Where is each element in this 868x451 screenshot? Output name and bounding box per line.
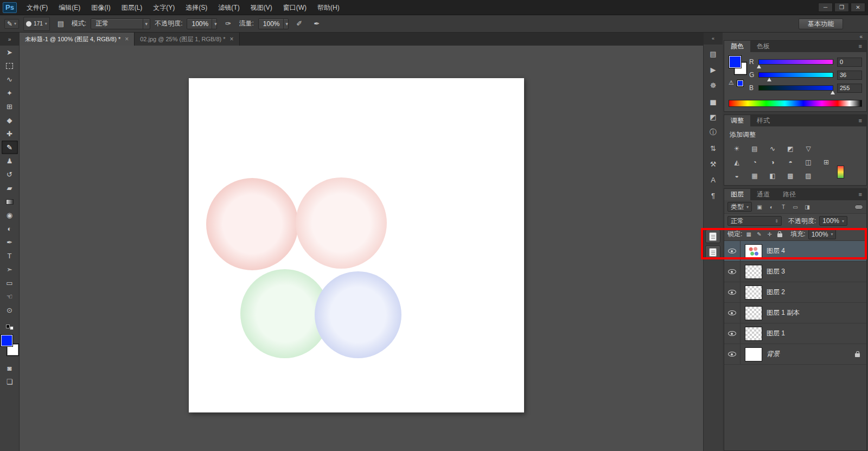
selective-color-icon[interactable]: ▨: [802, 170, 814, 181]
gradient-tool[interactable]: [2, 195, 18, 208]
tab-channels[interactable]: 通道: [750, 189, 776, 200]
filter-type-layers-icon[interactable]: T: [779, 202, 788, 211]
photo-filter-icon[interactable]: ◫: [802, 157, 814, 167]
dodge-tool[interactable]: ◐: [2, 222, 18, 236]
eraser-tool[interactable]: ▰: [2, 181, 18, 195]
gradient-map-icon[interactable]: ▩: [784, 170, 796, 181]
collapse-dock-icon[interactable]: «: [704, 33, 723, 45]
layer-name[interactable]: 背景: [767, 350, 780, 359]
menu-image[interactable]: 图像(I): [86, 0, 116, 15]
restore-button[interactable]: ❐: [834, 3, 849, 12]
default-colors-icon[interactable]: [6, 325, 14, 330]
clone-source-panel-icon[interactable]: ⇅: [706, 142, 721, 155]
brightness-contrast-icon[interactable]: ☀: [731, 143, 743, 154]
layer-row-layer3[interactable]: 图层 3: [724, 262, 866, 282]
filter-shape-layers-icon[interactable]: ▭: [791, 202, 800, 211]
lock-image-pixels-icon[interactable]: ✎: [755, 231, 763, 238]
document-tab-active[interactable]: 未标题-1 @ 100% (图层 4, RGB/8) * ×: [20, 33, 135, 46]
black-white-icon[interactable]: ◓: [784, 157, 796, 167]
invert-icon[interactable]: ◒: [731, 170, 743, 181]
layer-thumbnail[interactable]: [745, 327, 762, 341]
panel-menu-icon[interactable]: ≡: [854, 115, 866, 126]
lock-position-icon[interactable]: ✛: [765, 231, 773, 238]
green-slider[interactable]: [758, 72, 833, 78]
filter-pixel-layers-icon[interactable]: ▣: [755, 202, 764, 211]
layer-name[interactable]: 图层 3: [767, 267, 785, 276]
layer-visibility-toggle[interactable]: [724, 262, 741, 282]
toggle-brush-panel-button[interactable]: ▤: [54, 18, 67, 30]
pen-tool[interactable]: ✒: [2, 236, 18, 249]
menu-layer[interactable]: 图层(L): [116, 0, 148, 15]
menu-type[interactable]: 文字(Y): [148, 0, 180, 15]
layer-row-background[interactable]: 背景: [724, 344, 866, 365]
layer-row-layer1[interactable]: 图层 1: [724, 323, 866, 344]
menu-help[interactable]: 帮助(H): [312, 0, 345, 15]
layer-row-layer4[interactable]: 图层 4: [724, 241, 866, 262]
tab-layers[interactable]: 图层: [724, 189, 750, 200]
lock-all-icon[interactable]: [776, 231, 783, 238]
posterize-icon[interactable]: ▦: [749, 170, 761, 181]
layer-name[interactable]: 图层 1 副本: [767, 308, 800, 317]
tab-color[interactable]: 颜色: [724, 41, 750, 52]
slider-thumb-R[interactable]: [757, 65, 761, 68]
foreground-color-swatch[interactable]: [730, 56, 741, 67]
opacity-dropdown[interactable]: 100% ▾: [187, 18, 217, 29]
type-tool[interactable]: T: [2, 249, 18, 263]
hue-saturation-icon[interactable]: ◔: [749, 157, 761, 167]
tab-styles[interactable]: 样式: [750, 115, 776, 126]
character-panel-icon[interactable]: A: [706, 173, 721, 186]
slider-thumb-B[interactable]: [831, 91, 835, 94]
document-tab-inactive[interactable]: 02.jpg @ 25% (图层 1, RGB/8) * ×: [135, 33, 239, 46]
quick-mask-button[interactable]: ◙: [2, 361, 18, 375]
rectangle-tool[interactable]: ▭: [2, 276, 18, 290]
eyedropper-tool[interactable]: ◆: [2, 113, 18, 127]
canvas-pasteboard[interactable]: [20, 46, 703, 451]
close-icon[interactable]: ×: [125, 35, 129, 43]
clone-stamp-tool[interactable]: ♟: [2, 154, 18, 168]
brush-tool[interactable]: ✎: [2, 141, 18, 154]
document-canvas[interactable]: [189, 78, 524, 412]
threshold-icon[interactable]: ◧: [767, 170, 778, 181]
layer-row-layer2[interactable]: 图层 2: [724, 282, 866, 303]
collapse-panels-icon[interactable]: «: [859, 34, 863, 40]
screen-mode-button[interactable]: ❏: [2, 375, 18, 389]
minimize-button[interactable]: ─: [818, 3, 833, 12]
red-value-field[interactable]: 0: [837, 58, 862, 67]
menu-view[interactable]: 视图(V): [245, 0, 278, 15]
blur-tool[interactable]: ◉: [2, 208, 18, 222]
layer-name[interactable]: 图层 2: [767, 288, 785, 297]
workspace-switcher-button[interactable]: 基本功能: [799, 18, 843, 29]
vibrance-icon[interactable]: ◭: [731, 157, 743, 167]
curves-icon[interactable]: ∿: [767, 143, 778, 154]
quick-selection-tool[interactable]: ✦: [2, 86, 18, 100]
blue-value-field[interactable]: 255: [837, 84, 862, 93]
color-spectrum-ramp[interactable]: [729, 100, 862, 107]
exposure-icon[interactable]: ◩: [784, 143, 796, 154]
green-value-field[interactable]: 36: [837, 71, 862, 80]
collapsed-panel-page-icon-1[interactable]: [705, 230, 720, 243]
collapsed-panel-page-icon-2[interactable]: [705, 245, 720, 259]
color-lookup-icon[interactable]: ▽: [802, 143, 814, 154]
layer-name[interactable]: 图层 1: [767, 329, 785, 338]
actions-panel-icon[interactable]: ▶: [706, 63, 721, 76]
layer-name[interactable]: 图层 4: [767, 246, 785, 256]
tablet-opacity-pressure-icon[interactable]: ✑: [221, 18, 234, 30]
slider-thumb-G[interactable]: [767, 78, 771, 81]
filter-adjustment-layers-icon[interactable]: ◐: [767, 202, 776, 211]
layer-row-layer1-copy[interactable]: 图层 1 副本: [724, 303, 866, 323]
tab-adjustments[interactable]: 调整: [724, 115, 750, 126]
layer-thumbnail[interactable]: [745, 347, 762, 361]
tab-swatches[interactable]: 色板: [750, 41, 776, 52]
foreground-color-swatch[interactable]: [2, 335, 12, 346]
layer-fill-dropdown[interactable]: 100% ▾: [808, 230, 837, 239]
history-brush-tool[interactable]: ↺: [2, 168, 18, 181]
layer-thumbnail[interactable]: [745, 306, 762, 320]
layer-visibility-toggle[interactable]: [724, 303, 741, 323]
gamut-warning-icon[interactable]: ⚠: [729, 79, 734, 86]
layer-visibility-toggle[interactable]: [724, 344, 741, 364]
levels-icon[interactable]: ▤: [749, 143, 761, 154]
menu-window[interactable]: 窗口(W): [278, 0, 312, 15]
layer-filter-toggle[interactable]: [854, 205, 863, 209]
color-balance-icon[interactable]: ◑: [767, 157, 778, 167]
navigator-panel-icon[interactable]: ☸: [706, 79, 721, 92]
